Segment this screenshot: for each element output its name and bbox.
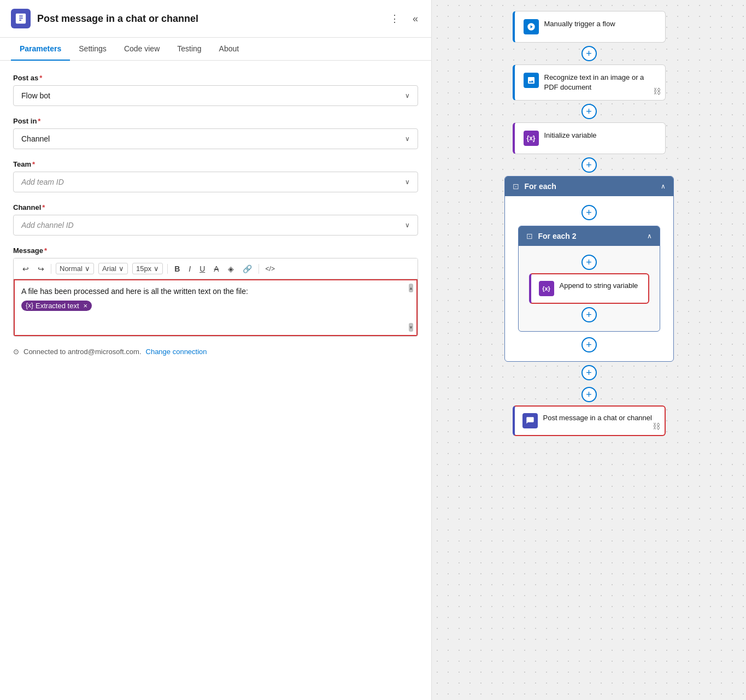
foreach1-body: + ⊡ For each 2 ∧ + {x} — [505, 196, 673, 361]
add-after-foreach1[interactable]: + — [581, 365, 597, 380]
tabs-bar: Parameters Settings Code view Testing Ab… — [0, 38, 431, 61]
editor-toolbar: ↩ ↪ Normal ∨ Arial ∨ 15px ∨ — [14, 258, 418, 279]
add-inside-foreach1[interactable]: + — [581, 205, 597, 220]
foreach1-header[interactable]: ⊡ For each ∧ — [505, 177, 673, 196]
tab-settings[interactable]: Settings — [70, 38, 115, 61]
post-in-group: Post in* Channel ∨ — [13, 117, 418, 149]
scroll-up-icon: ▲ — [409, 286, 413, 291]
extracted-tag-close[interactable]: × — [84, 302, 88, 310]
add-after-trigger[interactable]: + — [581, 46, 597, 61]
connection-text: Connected to antrod@microsoft.com. — [24, 348, 142, 356]
undo-button[interactable]: ↩ — [20, 263, 31, 274]
italic-button[interactable]: I — [186, 263, 193, 274]
more-options-button[interactable]: ⋮ — [387, 10, 402, 27]
hyperlink-button[interactable]: 🔗 — [240, 263, 254, 274]
node-manually-trigger[interactable]: Manually trigger a flow — [513, 11, 666, 43]
app-icon — [11, 9, 31, 28]
foreach2-header[interactable]: ⊡ For each 2 ∧ — [519, 226, 660, 246]
add-after-init[interactable]: + — [581, 157, 597, 173]
node-icon-trigger — [524, 19, 539, 34]
post-as-label: Post as* — [13, 74, 418, 82]
editor-content[interactable]: A file has been processed and here is al… — [15, 280, 416, 335]
foreach1-title: For each — [525, 182, 655, 191]
add-after-recognize[interactable]: + — [581, 104, 597, 119]
font-value: Arial — [102, 264, 116, 273]
form-area: Post as* Flow bot ∨ Post in* Channel ∨ T… — [0, 61, 431, 700]
post-in-label: Post in* — [13, 117, 418, 125]
code-button[interactable]: </> — [263, 264, 277, 274]
size-select[interactable]: 15px ∨ — [132, 263, 163, 274]
panel-header: Post message in a chat or channel ⋮ « — [0, 0, 431, 38]
node-label-trigger: Manually trigger a flow — [544, 19, 656, 29]
right-panel: Manually trigger a flow + Recognize text… — [432, 0, 746, 700]
redo-button[interactable]: ↪ — [36, 263, 46, 274]
left-panel: Post message in a chat or channel ⋮ « Pa… — [0, 0, 432, 700]
font-select[interactable]: Arial ∨ — [98, 263, 128, 274]
change-connection-link[interactable]: Change connection — [146, 348, 207, 356]
channel-group: Channel* Add channel ID ∨ — [13, 203, 418, 236]
tab-codeview[interactable]: Code view — [115, 38, 168, 61]
scroll-down-btn[interactable]: ▼ — [409, 323, 413, 332]
toolbar-sep-2 — [167, 264, 168, 274]
node-recognize-text[interactable]: Recognize text in an image or a PDF docu… — [513, 64, 666, 101]
channel-label: Channel* — [13, 203, 418, 211]
node-icon-recognize — [524, 73, 539, 88]
collapse-button[interactable]: « — [410, 11, 420, 27]
font-chevron: ∨ — [119, 264, 124, 273]
node-icon-append: {x} — [539, 281, 554, 296]
message-group: Message* ↩ ↪ Normal ∨ Arial ∨ — [13, 246, 418, 337]
size-value: 15px — [136, 264, 151, 273]
node-link-post: ⛓ — [653, 422, 660, 431]
post-as-select[interactable]: Flow bot ∨ — [13, 85, 418, 106]
style-value: Normal — [60, 264, 83, 273]
scroll-up-btn[interactable]: ▲ — [409, 284, 413, 292]
node-init-variable[interactable]: {x} Initialize variable — [513, 122, 666, 154]
post-in-select[interactable]: Channel ∨ — [13, 128, 418, 149]
node-post-message[interactable]: Post message in a chat or channel ⛓ — [513, 405, 666, 436]
post-as-group: Post as* Flow bot ∨ — [13, 74, 418, 106]
highlight-button[interactable]: ◈ — [226, 263, 236, 274]
post-as-chevron: ∨ — [405, 92, 410, 99]
channel-chevron: ∨ — [405, 221, 410, 229]
tab-testing[interactable]: Testing — [168, 38, 210, 61]
node-icon-init: {x} — [524, 131, 539, 146]
foreach1-chevron: ∧ — [661, 183, 666, 190]
flow-container: Manually trigger a flow + Recognize text… — [513, 11, 666, 436]
editor-content-wrapper: A file has been processed and here is al… — [14, 279, 418, 336]
post-in-chevron: ∨ — [405, 135, 410, 143]
channel-select[interactable]: Add channel ID ∨ — [13, 215, 418, 236]
team-placeholder: Add team ID — [21, 178, 64, 186]
style-select[interactable]: Normal ∨ — [56, 263, 94, 274]
bold-button[interactable]: B — [172, 263, 182, 274]
add-after-append[interactable]: + — [581, 307, 597, 322]
underline-button[interactable]: U — [197, 263, 207, 274]
node-link-recognize: ⛓ — [653, 87, 661, 96]
foreach2-title: For each 2 — [538, 232, 642, 240]
tag-icon: {x} — [26, 302, 33, 309]
channel-placeholder: Add channel ID — [21, 221, 74, 230]
extracted-tag-label: Extracted text — [36, 302, 79, 310]
foreach2-body: + {x} Append to string variable + — [519, 246, 660, 331]
team-select[interactable]: Add team ID ∨ — [13, 172, 418, 192]
add-after-foreach2[interactable]: + — [581, 337, 597, 352]
post-in-value: Channel — [21, 134, 50, 143]
node-append-string[interactable]: {x} Append to string variable — [529, 273, 649, 304]
post-as-value: Flow bot — [21, 91, 50, 100]
strikethrough-button[interactable]: A — [212, 263, 221, 274]
style-chevron: ∨ — [85, 264, 90, 273]
editor-text: A file has been processed and here is al… — [21, 287, 410, 296]
extracted-tag[interactable]: {x} Extracted text × — [21, 301, 92, 311]
foreach1-icon: ⊡ — [513, 182, 519, 191]
node-label-post: Post message in a chat or channel — [543, 413, 657, 423]
node-icon-post — [522, 413, 538, 428]
add-inside-foreach2[interactable]: + — [581, 255, 597, 270]
toolbar-sep-3 — [259, 264, 259, 274]
connection-icon: ⊙ — [13, 348, 19, 356]
size-chevron: ∨ — [154, 264, 159, 273]
foreach2-container: ⊡ For each 2 ∧ + {x} Append to string va… — [518, 226, 660, 332]
tab-about[interactable]: About — [210, 38, 248, 61]
add-after-foreach1-2[interactable]: + — [581, 387, 597, 402]
connection-info: ⊙ Connected to antrod@microsoft.com. Cha… — [13, 348, 418, 356]
team-group: Team* Add team ID ∨ — [13, 160, 418, 192]
tab-parameters[interactable]: Parameters — [11, 38, 70, 61]
